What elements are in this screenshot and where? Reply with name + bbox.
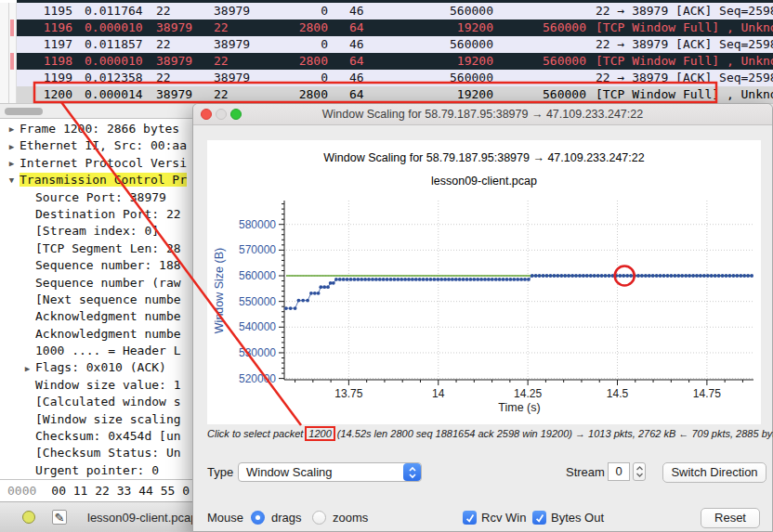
expand-triangle-icon[interactable]: ▶	[4, 138, 20, 155]
hint-prefix: Click to select packet	[207, 428, 303, 439]
row-marker	[0, 36, 17, 53]
edit-capture-comment-icon[interactable]: ✎	[52, 510, 67, 525]
wireshark-window: 11950.011764223897904656000022 → 38979 […	[0, 0, 773, 532]
row-marker	[0, 3, 17, 19]
row-marker	[0, 86, 17, 103]
cell-info: 22 → 38979 [ACK] Seq=2598	[586, 70, 773, 86]
tree-item-label: [TCP Segment Len: 28	[35, 241, 181, 255]
packet-row-1199[interactable]: 11990.012358223897904656000022 → 38979 […	[0, 70, 773, 86]
zoom-window-button[interactable]	[230, 109, 242, 120]
cell-dst: 22	[204, 86, 277, 103]
cell-no: 1198	[17, 53, 72, 70]
expand-triangle-icon[interactable]: ▶	[20, 360, 35, 377]
svg-text:540000: 540000	[239, 320, 276, 333]
cell-win_b	[493, 36, 586, 53]
row-marker	[0, 53, 17, 70]
cell-len: 46	[328, 70, 388, 86]
tree-item-label: Acknowledgment numbe	[35, 309, 181, 323]
cell-win_a: 19200	[388, 53, 493, 70]
cell-time: 0.012358	[72, 70, 147, 86]
row-marker	[0, 70, 17, 86]
cell-time: 0.011764	[72, 3, 147, 19]
expert-info-icon[interactable]	[22, 511, 35, 524]
tree-item-label: [Calculated window s	[35, 395, 181, 409]
select-chevrons-icon	[403, 463, 421, 481]
rcv-win-checkbox[interactable]	[463, 511, 477, 525]
bytes-out-label: Bytes Out	[551, 508, 604, 527]
chart-card[interactable]: Window Scaling for 58.79.187.95:38979 → …	[207, 140, 761, 424]
switch-direction-button[interactable]: Switch Direction	[662, 462, 766, 483]
tree-item-label: Frame 1200: 2866 bytes	[20, 122, 179, 136]
minimize-window-button[interactable]	[216, 109, 227, 120]
svg-text:530000: 530000	[239, 346, 276, 359]
drags-label: drags	[271, 508, 302, 527]
cell-info: [TCP Window Full] , Unknow	[586, 19, 773, 36]
dialog-title: Window Scaling for 58.79.187.95:38979 → …	[193, 104, 772, 125]
cell-time: 0.011857	[72, 36, 147, 53]
collapse-triangle-icon[interactable]: ▼	[4, 172, 20, 188]
tree-item-label: Sequence number: 188	[35, 258, 181, 272]
stream-value: 0	[615, 464, 622, 478]
stream-number-input[interactable]: 0	[608, 462, 630, 481]
cell-win_a: 19200	[388, 19, 493, 36]
svg-text:570000: 570000	[239, 243, 276, 256]
mouse-label: Mouse	[207, 508, 243, 527]
cell-win_b: 560000	[493, 19, 586, 36]
packet-list: 11950.011764223897904656000022 → 38979 […	[0, 0, 773, 103]
cell-dst: 22	[204, 53, 277, 70]
tree-item-label: [Stream index: 0]	[35, 224, 159, 238]
expand-triangle-icon[interactable]: ▶	[4, 155, 20, 172]
graph-type-select[interactable]: Window Scaling	[238, 462, 422, 482]
cell-info: [TCP Window Full] , Unknow	[586, 53, 773, 70]
hex-offset: 0000	[7, 484, 36, 498]
packet-row-1198[interactable]: 11980.000010389792228006419200560000[TCP…	[0, 53, 773, 70]
tree-item-label: 1000 .... = Header L	[35, 344, 181, 357]
tree-item-label: Checksum: 0x454d [un	[35, 429, 181, 443]
window-scaling-chart[interactable]: Window Scaling for 58.79.187.95:38979 → …	[207, 140, 761, 424]
x-axis-label: Time (s)	[498, 401, 540, 414]
tree-item-label: [Window size scaling	[35, 412, 181, 426]
tree-item-label: Ethernet II, Src: 00:aa	[20, 138, 187, 152]
cell-win_a: 19200	[388, 86, 493, 103]
tree-item-label: Internet Protocol Versi	[20, 156, 187, 170]
cell-src: 22	[147, 3, 204, 19]
reset-button[interactable]: Reset	[701, 508, 760, 528]
rcv-win-label: Rcv Win	[481, 508, 526, 527]
cell-no: 1200	[17, 86, 72, 103]
cell-dst: 22	[204, 19, 277, 36]
dialog-titlebar[interactable]: Window Scaling for 58.79.187.95:38979 → …	[193, 104, 772, 125]
close-window-button[interactable]	[201, 109, 212, 120]
packet-row-1195[interactable]: 11950.011764223897904656000022 → 38979 […	[0, 3, 773, 19]
chart-title: Window Scaling for 58.79.187.95:38979 → …	[323, 151, 644, 164]
hscrollbar-thumb[interactable]	[5, 108, 43, 115]
svg-text:13.75: 13.75	[334, 387, 362, 400]
cell-dst: 38979	[204, 3, 277, 19]
cell-src: 38979	[147, 53, 204, 70]
hint-suffix: (14.52s len 2800 seq 1881654 ack 2598 wi…	[337, 428, 773, 439]
window-scaling-dialog: Window Scaling for 58.79.187.95:38979 → …	[192, 103, 773, 532]
cell-win_a: 560000	[388, 36, 493, 53]
cell-win_b: 560000	[493, 53, 586, 70]
cell-len: 64	[328, 19, 388, 36]
stream-stepper[interactable]	[633, 462, 646, 481]
packet-row-1197[interactable]: 11970.011857223897904656000022 → 38979 […	[0, 36, 773, 53]
bytes-out-checkbox[interactable]	[532, 511, 546, 525]
mouse-drags-radio[interactable]	[251, 511, 265, 525]
row-marker	[0, 19, 17, 36]
cell-win_b	[493, 3, 586, 19]
cell-time: 0.000010	[72, 53, 147, 70]
cell-win_b: 560000	[493, 86, 586, 103]
expand-triangle-icon[interactable]: ▶	[4, 121, 20, 137]
cell-time: 0.000014	[72, 86, 147, 103]
packet-row-1196[interactable]: 11960.000010389792228006419200560000[TCP…	[0, 19, 773, 36]
cell-no: 1197	[17, 36, 72, 53]
mouse-zooms-radio[interactable]	[312, 511, 326, 525]
svg-text:550000: 550000	[239, 295, 276, 308]
cell-len: 64	[328, 53, 388, 70]
controls-row-1: Type Window Scaling Stream 0 Switch Dire…	[193, 462, 773, 483]
svg-text:14.5: 14.5	[607, 387, 629, 400]
hex-bytes: 00 11 22 33 44 55 0	[51, 484, 190, 498]
cell-seg: 2800	[277, 53, 328, 70]
cell-len: 46	[328, 36, 388, 53]
packet-row-1200[interactable]: 12000.000014389792228006419200560000[TCP…	[0, 86, 773, 103]
